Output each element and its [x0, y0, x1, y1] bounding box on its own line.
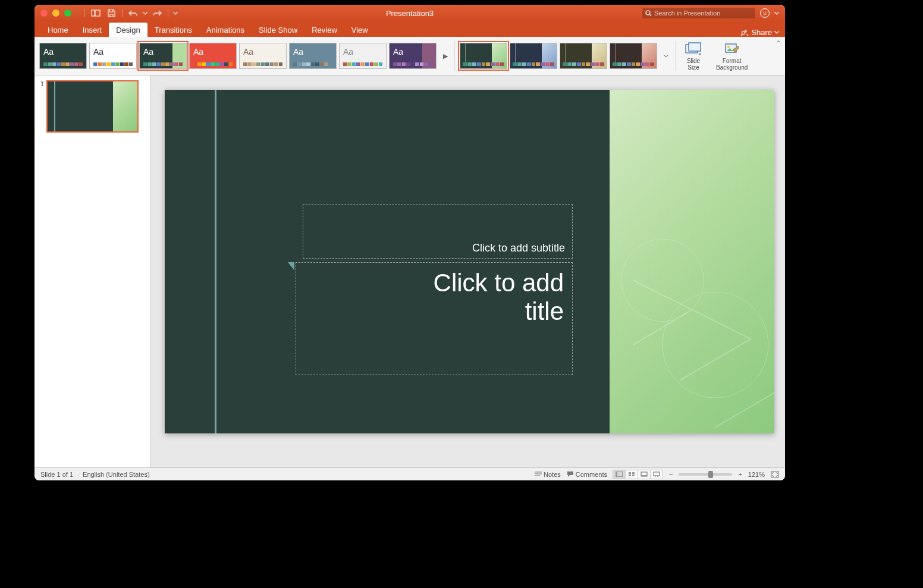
comments-button[interactable]: Comments [567, 471, 607, 478]
statusbar: Slide 1 of 1 English (United States) Not… [34, 467, 785, 480]
window-controls [40, 10, 71, 17]
zoom-level[interactable]: 121% [748, 471, 765, 478]
feedback-icon[interactable] [760, 8, 770, 18]
svg-rect-19 [616, 471, 617, 477]
format-background-button[interactable]: Format Background [711, 39, 752, 73]
svg-point-4 [763, 12, 764, 13]
chevron-down-icon [774, 31, 779, 34]
search-icon [645, 10, 652, 17]
save-icon[interactable] [104, 7, 118, 19]
autosave-toggle-icon[interactable] [89, 7, 103, 19]
close-window-button[interactable] [40, 10, 48, 17]
svg-rect-10 [689, 43, 701, 51]
normal-view-button[interactable] [613, 470, 626, 479]
theme-thumb-3[interactable]: Aa [189, 43, 237, 69]
variant-thumb-0[interactable] [460, 43, 507, 69]
svg-rect-26 [654, 472, 660, 476]
slide-size-icon [685, 41, 702, 56]
theme-thumb-4[interactable]: Aa [239, 43, 287, 69]
tab-home[interactable]: Home [40, 23, 76, 37]
svg-rect-22 [629, 474, 631, 476]
svg-point-2 [646, 11, 650, 15]
fit-to-window-button[interactable] [771, 471, 779, 478]
tab-design[interactable]: Design [109, 23, 147, 37]
format-background-icon [725, 41, 739, 56]
share-label: Share [751, 28, 772, 37]
triangle-marker-icon [288, 262, 294, 271]
customize-qat-icon[interactable] [172, 7, 179, 19]
undo-icon[interactable] [126, 7, 140, 19]
share-button[interactable]: Share [740, 28, 779, 37]
undo-dropdown-icon[interactable] [142, 7, 149, 19]
tab-insert[interactable]: Insert [76, 23, 109, 37]
zoom-slider-thumb[interactable] [708, 471, 713, 478]
theme-thumb-7[interactable]: Aa [389, 43, 437, 69]
svg-point-6 [742, 31, 745, 34]
title-placeholder[interactable]: Click to add title [296, 262, 573, 375]
theme-thumb-6[interactable]: Aa [339, 43, 387, 69]
slide-canvas-area[interactable]: Click to add subtitle Click to add title [150, 76, 785, 467]
zoom-out-button[interactable]: − [669, 471, 673, 478]
slide-thumbnail-number: 1 [38, 80, 44, 133]
svg-rect-25 [641, 475, 647, 476]
notes-button[interactable]: Notes [535, 471, 561, 478]
subtitle-placeholder[interactable]: Click to add subtitle [303, 204, 573, 259]
language-status[interactable]: English (United States) [83, 471, 150, 478]
zoom-slider[interactable] [679, 473, 732, 476]
separator [454, 41, 455, 71]
variant-thumb-1[interactable] [510, 43, 557, 69]
minimize-window-button[interactable] [52, 10, 59, 17]
svg-rect-20 [629, 472, 631, 474]
svg-point-5 [765, 12, 767, 13]
variant-gallery [460, 43, 657, 69]
theme-thumb-2[interactable]: Aa [139, 43, 187, 69]
search-input[interactable] [654, 10, 752, 17]
svg-rect-1 [95, 10, 100, 16]
svg-rect-23 [632, 474, 635, 476]
theme-thumb-1[interactable]: Aa [89, 43, 137, 69]
workspace: 1 [34, 76, 785, 467]
tab-view[interactable]: View [344, 23, 375, 37]
notes-icon [535, 471, 542, 477]
tab-transitions[interactable]: Transitions [147, 23, 199, 37]
format-background-label: Format Background [716, 58, 748, 71]
collapse-ribbon-button[interactable]: ⌃ [776, 39, 781, 48]
variant-thumb-3[interactable] [610, 43, 657, 69]
feedback-dropdown-icon[interactable] [774, 12, 779, 15]
zoom-window-button[interactable] [64, 10, 71, 17]
svg-rect-0 [92, 10, 95, 16]
notes-label: Notes [544, 471, 561, 478]
quick-access-toolbar [82, 7, 179, 19]
document-title: Presentation3 [386, 9, 434, 18]
tab-review[interactable]: Review [304, 23, 344, 37]
separator [675, 41, 676, 71]
variant-thumb-2[interactable] [560, 43, 607, 69]
slide-size-button[interactable]: Slide Size [680, 39, 707, 73]
tab-animations[interactable]: Animations [199, 23, 252, 37]
svg-point-12 [727, 46, 730, 48]
reading-view-button[interactable] [638, 470, 651, 479]
theme-thumb-0[interactable]: Aa [39, 43, 87, 69]
titlebar: Presentation3 [34, 5, 785, 21]
ribbon-tabs: Home Insert Design Transitions Animation… [34, 21, 785, 37]
comments-icon [567, 471, 574, 477]
redo-icon[interactable] [150, 7, 164, 19]
ribbon-design: AaAaAaAaAaAaAaAa ▶ Slide Size Format Bac… [34, 37, 785, 76]
variant-gallery-more-button[interactable] [662, 43, 670, 69]
theme-thumb-5[interactable]: Aa [289, 43, 337, 69]
comments-label: Comments [576, 471, 607, 478]
slide-1[interactable]: Click to add subtitle Click to add title [165, 90, 774, 433]
theme-gallery: AaAaAaAaAaAaAaAa [39, 43, 437, 69]
slide-thumbnail-1[interactable] [46, 80, 139, 133]
slideshow-view-button[interactable] [650, 470, 663, 479]
search-box[interactable] [642, 8, 755, 18]
tab-slideshow[interactable]: Slide Show [252, 23, 304, 37]
zoom-in-button[interactable]: + [738, 471, 742, 478]
subtitle-placeholder-text: Click to add subtitle [472, 242, 565, 254]
svg-point-14 [663, 292, 768, 398]
slide-size-label: Slide Size [687, 58, 700, 71]
slide-counter: Slide 1 of 1 [40, 471, 73, 478]
theme-gallery-more-button[interactable]: ▶ [441, 43, 450, 69]
sorter-view-button[interactable] [625, 470, 638, 479]
title-placeholder-text: Click to add title [434, 269, 564, 326]
